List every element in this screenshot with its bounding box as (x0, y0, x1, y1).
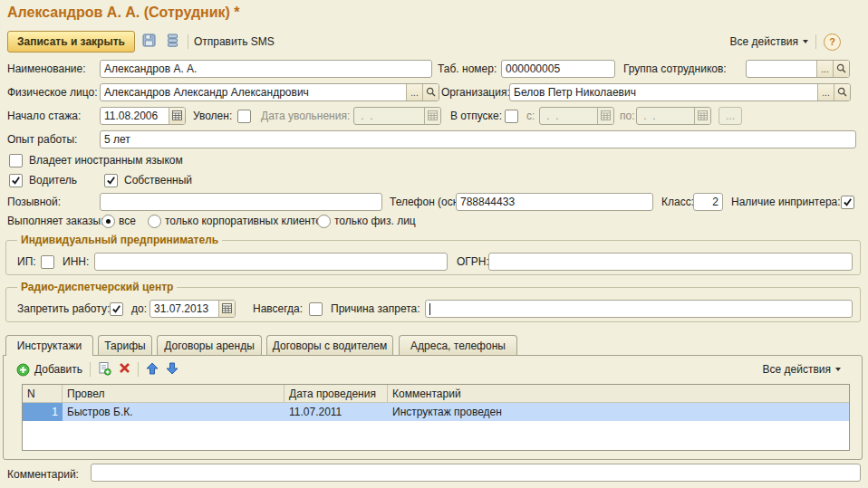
all-actions-button[interactable]: Все действия (730, 35, 808, 48)
tab-number-input[interactable] (502, 61, 614, 77)
fire-date-calendar-button (424, 108, 440, 124)
name-label: Наименование: (7, 62, 86, 75)
calendar-icon (601, 110, 611, 122)
tab-tariffs-label: Тарифы (104, 340, 145, 352)
chevron-down-icon (803, 40, 808, 43)
experience-start-input[interactable] (101, 108, 169, 124)
calendar-icon (172, 110, 182, 122)
call-sign-label: Позывной: (7, 196, 61, 208)
phone-input[interactable] (457, 194, 652, 210)
employee-group-label: Группа сотрудников: (623, 62, 727, 75)
show-in-list-button[interactable] (164, 33, 182, 51)
vacation-checkbox[interactable] (505, 110, 518, 123)
person-label: Физическое лицо: (7, 86, 97, 99)
save-floppy-icon (142, 33, 156, 50)
ogrn-input[interactable] (489, 254, 852, 270)
all-actions-label: Все действия (730, 35, 798, 48)
own-car-checkbox[interactable] (104, 174, 118, 187)
orders-radio-individuals-label: только физ. лиц (334, 215, 416, 227)
employee-form-window: Александров А. А. (Сотрудник) * Записать… (0, 0, 868, 488)
experience-start-calendar-button[interactable] (169, 108, 185, 124)
tab-driver-contracts[interactable]: Договоры с водителем (266, 335, 393, 355)
inn-label: ИНН: (63, 255, 89, 268)
tab-driver-contracts-label: Договоры с водителем (273, 340, 388, 352)
forbid-until-input[interactable] (150, 301, 218, 317)
entrepreneur-legend: Индивидуальный предприниматель (17, 234, 222, 246)
forbid-work-label: Запретить работу: (17, 302, 110, 315)
work-experience-input[interactable] (101, 131, 855, 148)
radio-center-legend: Радио-диспетчерский центр (17, 281, 177, 293)
foreign-language-checkbox[interactable] (9, 154, 23, 167)
radio-center-fieldset: Радио-диспетчерский центр Запретить рабо… (5, 281, 861, 322)
tab-briefings-label: Инструктажи (17, 340, 82, 352)
tab-addresses-phones-label: Адреса, телефоны (410, 340, 506, 352)
window-title: Александров А. А. (Сотрудник) * (7, 5, 240, 21)
fire-date-label: Дата увольнения: (261, 110, 350, 122)
inn-input[interactable] (95, 254, 447, 270)
forbid-work-checkbox[interactable] (110, 302, 123, 316)
driver-checkbox[interactable] (9, 174, 23, 187)
vacation-from-calendar-button (597, 108, 613, 124)
person-ellipsis-button[interactable]: ... (406, 84, 422, 100)
driver-label: Водитель (29, 174, 77, 187)
tab-lease-contracts-label: Договоры аренды (164, 340, 255, 352)
organization-lookup-button[interactable] (834, 84, 850, 100)
tab-lease-contracts[interactable]: Договоры аренды (157, 335, 262, 355)
work-experience-label: Опыт работы: (7, 133, 77, 146)
fired-checkbox[interactable] (237, 110, 251, 123)
ban-reason-input[interactable] (430, 301, 852, 317)
magnifier-icon (426, 87, 436, 99)
vacation-to-label: по: (620, 110, 635, 122)
orders-radio-all-label: все (119, 215, 136, 227)
forbid-until-calendar-button[interactable] (218, 301, 235, 317)
vacation-to-input (637, 108, 694, 124)
organization-label: Организация: (441, 86, 510, 99)
send-sms-button[interactable]: Отправить SMS (194, 35, 275, 48)
experience-start-label: Начало стажа: (7, 110, 81, 122)
foreign-language-label: Владеет иностранным языком (29, 154, 183, 167)
imprinter-label: Наличие инпринтера: (731, 196, 841, 208)
tab-tariffs[interactable]: Тарифы (98, 335, 152, 355)
orders-radio-corporate[interactable] (148, 215, 161, 228)
vacation-to-calendar-button (694, 108, 710, 124)
phone-label: Телефон (осн): (390, 196, 466, 208)
fired-label: Уволен: (193, 110, 232, 122)
name-input[interactable] (101, 61, 431, 77)
employee-group-input[interactable] (747, 61, 816, 77)
comment-label: Комментарий: (7, 468, 79, 481)
ip-checkbox[interactable] (41, 255, 54, 269)
tab-addresses-phones[interactable]: Адреса, телефоны (399, 335, 517, 355)
forbid-until-label: до: (131, 302, 147, 315)
save-button[interactable] (140, 33, 159, 51)
save-close-button[interactable]: Записать и закрыть (7, 31, 135, 53)
organization-input[interactable] (510, 84, 817, 100)
employee-group-lookup-button[interactable] (833, 61, 849, 77)
comment-input[interactable] (92, 464, 860, 481)
person-lookup-button[interactable] (422, 84, 439, 100)
ogrn-label: ОГРН: (457, 255, 489, 268)
organization-ellipsis-button[interactable]: ... (817, 84, 834, 100)
ip-label: ИП: (17, 255, 36, 268)
vacation-label: В отпуске: (450, 110, 502, 122)
help-button[interactable]: ? (824, 33, 841, 51)
employee-group-ellipsis-button[interactable]: ... (816, 61, 833, 77)
orders-radio-all[interactable] (101, 215, 115, 228)
vacation-more-button: ... (719, 107, 742, 125)
imprinter-checkbox[interactable] (841, 196, 854, 209)
orders-radio-corporate-label: только корпоративных клиентов (165, 215, 327, 227)
orders-label: Выполняет заказы: (7, 215, 103, 227)
save-close-label: Записать и закрыть (17, 35, 125, 48)
toolbar-separator (188, 34, 188, 49)
forever-checkbox[interactable] (309, 302, 323, 316)
question-mark-icon: ? (829, 36, 835, 47)
own-car-label: Собственный (124, 174, 192, 187)
orders-radio-individuals[interactable] (317, 215, 331, 228)
class-input[interactable] (694, 194, 722, 210)
call-sign-input[interactable] (101, 194, 381, 210)
magnifier-icon (836, 63, 846, 75)
list-icon (167, 33, 178, 50)
tab-briefings[interactable]: Инструктажи (5, 335, 93, 356)
calendar-icon (428, 110, 438, 122)
forever-label: Навсегда: (253, 302, 303, 315)
person-input[interactable] (101, 84, 406, 100)
